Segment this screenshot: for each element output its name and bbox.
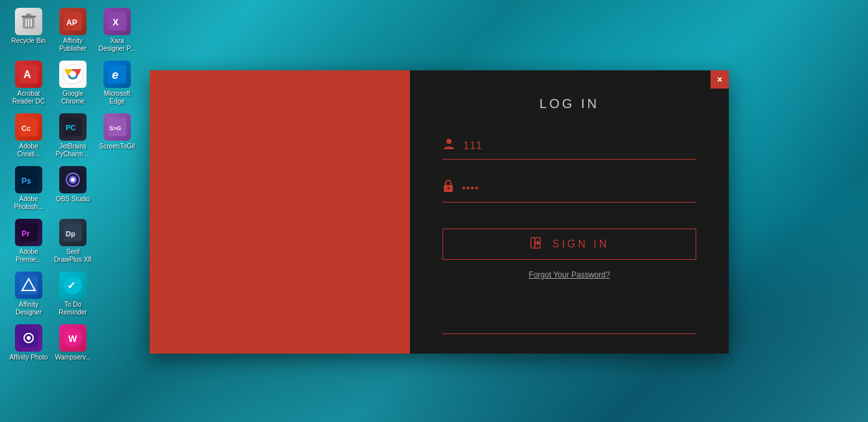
adobe-premiere-icon: Pr xyxy=(15,219,42,246)
svg-point-42 xyxy=(446,139,452,144)
lock-icon xyxy=(442,179,454,197)
icon-adobe-photoshop[interactable]: Ps Adobe Photosh... xyxy=(7,163,51,214)
icon-row-6: Affinity Photo W Wampserv... xyxy=(7,322,143,364)
affinity-publisher-icon: AP xyxy=(59,8,87,35)
svg-text:AP: AP xyxy=(66,18,77,27)
icon-row-0: Recycle Bin AP Affinity Publisher X xyxy=(7,5,143,55)
screentogif-label: ScreenToGif xyxy=(99,143,135,150)
acrobat-reader-icon: A xyxy=(15,61,42,88)
forgot-password-link[interactable]: Your Password xyxy=(553,270,605,279)
acrobat-reader-label: Acrobat Reader DC xyxy=(9,90,48,106)
forgot-password-post: ? xyxy=(606,270,610,279)
adobe-creative-icon: Cc xyxy=(15,113,42,141)
recycle-bin-icon xyxy=(15,8,42,35)
xara-designer-label: Xara Designer P... xyxy=(98,37,137,53)
password-input-group xyxy=(442,179,696,203)
google-chrome-icon xyxy=(59,61,87,88)
svg-point-44 xyxy=(448,188,450,190)
svg-text:PC: PC xyxy=(66,124,75,132)
xara-designer-icon: X xyxy=(103,8,131,35)
icon-serif-drawplus[interactable]: Dp Serif DrawPlus X8 xyxy=(51,216,95,266)
adobe-photoshop-icon: Ps xyxy=(15,166,42,193)
svg-text:S>G: S>G xyxy=(109,125,121,132)
affinity-photo-label: Affinity Photo xyxy=(10,354,48,361)
recycle-bin-label: Recycle Bin xyxy=(12,37,46,45)
svg-text:✓: ✓ xyxy=(67,280,75,291)
icon-affinity-photo[interactable]: Affinity Photo xyxy=(7,322,51,364)
todo-reminder-label: To Do Reminder xyxy=(53,301,92,316)
svg-rect-2 xyxy=(26,14,31,16)
affinity-designer-label: Affinity Designer xyxy=(9,301,48,316)
icon-row-1: A Acrobat Reader DC Google Chrom xyxy=(7,58,143,108)
obs-studio-label: OBS Studio xyxy=(56,195,90,203)
user-icon xyxy=(442,137,455,154)
login-modal: × LOG IN xyxy=(150,70,729,354)
icon-affinity-designer[interactable]: Affinity Designer xyxy=(7,269,51,319)
pycharm-icon: PC xyxy=(59,113,87,141)
pycharm-label: JetBrains PyCharm ... xyxy=(53,143,92,158)
serif-drawplus-icon: Dp xyxy=(59,219,87,246)
icon-affinity-publisher[interactable]: AP Affinity Publisher xyxy=(51,5,95,55)
icon-pycharm[interactable]: PC JetBrains PyCharm ... xyxy=(51,111,95,161)
icon-screentogif[interactable]: S>G ScreenToGif xyxy=(95,111,139,161)
desktop-icon-bar: Recycle Bin AP Affinity Publisher X xyxy=(0,0,150,422)
password-input[interactable] xyxy=(462,182,696,194)
forgot-password-text[interactable]: Forgot Your Password? xyxy=(529,270,610,279)
svg-text:e: e xyxy=(112,68,118,81)
svg-text:Cc: Cc xyxy=(21,124,31,132)
login-title: LOG IN xyxy=(442,96,696,111)
icon-row-2: Cc Adobe Creati... PC JetBrains PyCharm … xyxy=(7,111,143,161)
svg-point-28 xyxy=(71,178,75,182)
icon-adobe-creative[interactable]: Cc Adobe Creati... xyxy=(7,111,51,161)
google-chrome-label: Google Chrome xyxy=(53,90,92,106)
affinity-photo-icon xyxy=(15,324,42,352)
affinity-publisher-label: Affinity Publisher xyxy=(53,37,92,53)
desktop: Recycle Bin AP Affinity Publisher X xyxy=(0,0,868,422)
icon-microsoft-edge[interactable]: e Microsoft Edge xyxy=(95,58,139,108)
icon-google-chrome[interactable]: Google Chrome xyxy=(51,58,95,108)
svg-text:Dp: Dp xyxy=(66,230,75,238)
icon-row-4: Pr Adobe Premie... Dp Serif DrawPlus X8 xyxy=(7,216,143,266)
svg-text:A: A xyxy=(23,69,31,80)
svg-point-14 xyxy=(70,71,76,77)
icon-obs-studio[interactable]: OBS Studio xyxy=(51,163,95,214)
login-right-panel: × LOG IN xyxy=(410,70,729,354)
screentogif-icon: S>G xyxy=(103,113,131,141)
svg-text:W: W xyxy=(68,333,77,344)
svg-point-39 xyxy=(27,336,31,340)
microsoft-edge-icon: e xyxy=(103,61,131,88)
signin-arrow-icon xyxy=(530,236,543,252)
svg-text:X: X xyxy=(113,17,119,27)
forgot-password-pre: Forgot xyxy=(529,270,554,279)
login-left-panel xyxy=(150,70,410,354)
icon-adobe-premiere[interactable]: Pr Adobe Premie... xyxy=(7,216,51,266)
close-icon: × xyxy=(717,74,722,85)
bottom-decorative-line xyxy=(442,333,696,334)
icon-wampserver[interactable]: W Wampserv... xyxy=(51,322,95,364)
wampserver-icon: W xyxy=(59,324,87,352)
icon-acrobat-reader[interactable]: A Acrobat Reader DC xyxy=(7,58,51,108)
adobe-creative-label: Adobe Creati... xyxy=(9,143,48,158)
icon-row-3: Ps Adobe Photosh... OBS Studio xyxy=(7,163,143,214)
todo-reminder-icon: ✓ xyxy=(59,272,87,299)
affinity-designer-icon xyxy=(15,272,42,299)
username-input-group xyxy=(442,137,696,160)
sign-in-label: SIGN IN xyxy=(552,238,610,250)
serif-drawplus-label: Serif DrawPlus X8 xyxy=(53,248,92,264)
icon-row-5: Affinity Designer ✓ To Do Reminder xyxy=(7,269,143,319)
wampserver-label: Wampserv... xyxy=(55,354,90,361)
svg-rect-1 xyxy=(21,16,36,18)
microsoft-edge-label: Microsoft Edge xyxy=(98,90,137,106)
svg-text:Ps: Ps xyxy=(21,176,31,186)
adobe-premiere-label: Adobe Premie... xyxy=(9,248,48,264)
username-input[interactable] xyxy=(463,140,696,152)
sign-in-button[interactable]: SIGN IN xyxy=(442,229,696,260)
adobe-photoshop-label: Adobe Photosh... xyxy=(9,195,48,211)
icon-recycle-bin[interactable]: Recycle Bin xyxy=(7,5,51,55)
modal-close-button[interactable]: × xyxy=(711,70,729,89)
icon-xara-designer[interactable]: X Xara Designer P... xyxy=(95,5,139,55)
icon-todo-reminder[interactable]: ✓ To Do Reminder xyxy=(51,269,95,319)
svg-text:Pr: Pr xyxy=(21,229,30,238)
obs-studio-icon xyxy=(59,166,87,193)
